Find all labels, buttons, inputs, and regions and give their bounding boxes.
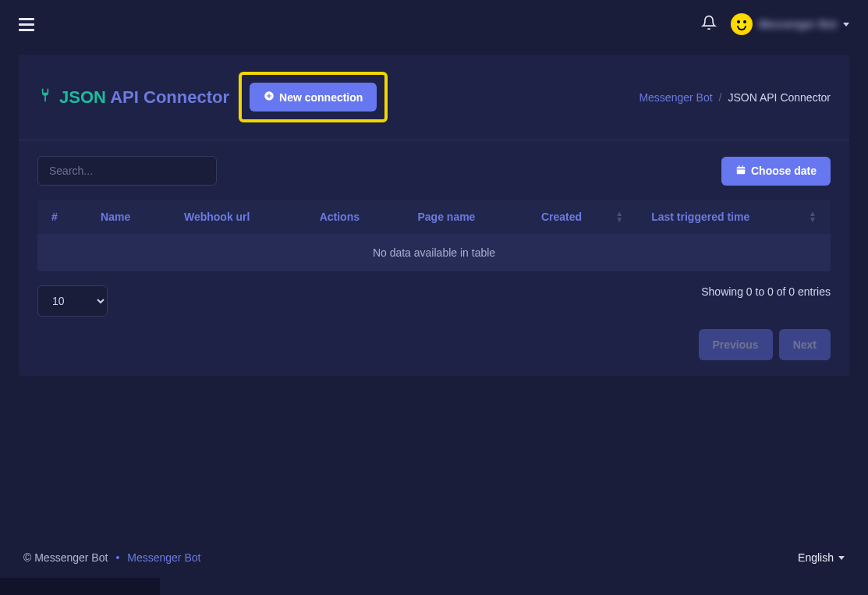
col-webhook[interactable]: Webhook url <box>170 200 306 234</box>
previous-button[interactable]: Previous <box>699 329 773 360</box>
language-selector[interactable]: English <box>798 551 845 564</box>
choose-date-button[interactable]: Choose date <box>721 157 831 186</box>
language-label: English <box>798 551 834 564</box>
pager: Previous Next <box>699 329 831 360</box>
notifications-icon[interactable] <box>701 15 717 34</box>
chevron-down-icon <box>843 23 849 27</box>
col-name[interactable]: Name <box>87 200 170 234</box>
card-body: Choose date # Name Webhook url Actions P… <box>19 140 849 376</box>
calendar-icon <box>735 165 746 178</box>
bottom-shade <box>0 578 160 595</box>
table-header-row: # Name Webhook url Actions Page name Cre… <box>37 200 831 234</box>
topbar-right: Messenger Bot <box>701 13 849 35</box>
sort-icon: ▲▼ <box>809 211 817 223</box>
empty-message: No data available in table <box>37 234 831 271</box>
new-connection-button[interactable]: New connection <box>250 83 377 112</box>
col-actions[interactable]: Actions <box>306 200 404 234</box>
avatar <box>731 13 753 35</box>
col-created[interactable]: Created▲▼ <box>527 200 637 234</box>
menu-toggle-button[interactable] <box>19 18 34 31</box>
page-title: JSON API Connector <box>37 87 229 108</box>
col-page-name[interactable]: Page name <box>403 200 526 234</box>
card-header: JSON API Connector New connection Messen… <box>19 55 849 140</box>
user-menu[interactable]: Messenger Bot <box>731 13 849 35</box>
plug-icon <box>37 87 53 108</box>
table-empty-row: No data available in table <box>37 234 831 271</box>
footer-link[interactable]: Messenger Bot <box>127 551 200 564</box>
spacer <box>0 395 868 537</box>
chevron-down-icon <box>838 556 845 560</box>
footer: © Messenger Bot • Messenger Bot English <box>0 537 868 578</box>
topbar: Messenger Bot <box>0 0 868 48</box>
dot-separator: • <box>115 551 119 564</box>
pagination-right: Showing 0 to 0 of 0 entries Previous Nex… <box>699 285 831 360</box>
sort-icon: ▲▼ <box>615 211 623 223</box>
col-index[interactable]: # <box>37 200 87 234</box>
next-button[interactable]: Next <box>779 329 831 360</box>
below-row: 10 Showing 0 to 0 of 0 entries Previous … <box>37 285 831 360</box>
svg-rect-1 <box>737 166 746 173</box>
breadcrumb-current: JSON API Connector <box>728 91 831 104</box>
breadcrumb: Messenger Bot / JSON API Connector <box>639 91 831 104</box>
plus-circle-icon <box>264 90 275 104</box>
pagination-info: Showing 0 to 0 of 0 entries <box>701 285 831 298</box>
copyright: © Messenger Bot <box>23 551 108 564</box>
search-input[interactable] <box>37 156 217 186</box>
highlight-box: New connection <box>239 72 388 122</box>
breadcrumb-separator: / <box>719 91 722 104</box>
user-name: Messenger Bot <box>759 18 837 30</box>
toolbar-row: Choose date <box>37 156 831 186</box>
new-connection-label: New connection <box>279 91 363 104</box>
footer-left: © Messenger Bot • Messenger Bot <box>23 551 200 564</box>
title-area: JSON API Connector New connection <box>37 72 388 122</box>
page-length-select[interactable]: 10 <box>37 285 108 317</box>
svg-rect-3 <box>742 165 743 168</box>
svg-rect-2 <box>739 165 739 168</box>
choose-date-label: Choose date <box>751 165 817 177</box>
breadcrumb-link[interactable]: Messenger Bot <box>639 91 712 104</box>
col-last-triggered[interactable]: Last triggered time▲▼ <box>637 200 831 234</box>
table: # Name Webhook url Actions Page name Cre… <box>37 200 831 271</box>
main-card: JSON API Connector New connection Messen… <box>19 55 849 376</box>
